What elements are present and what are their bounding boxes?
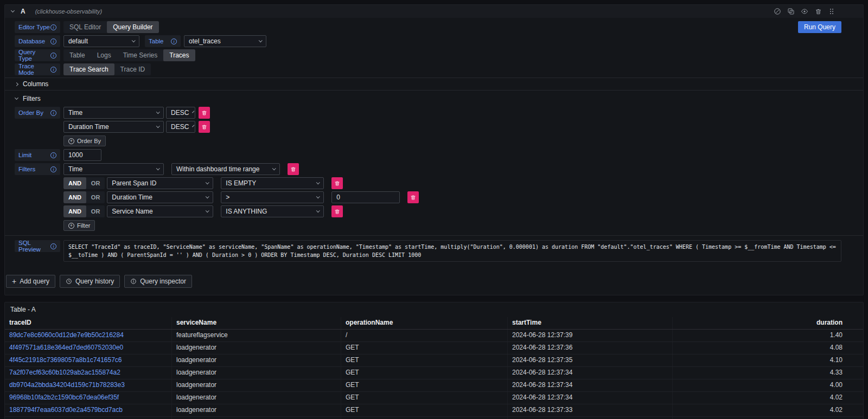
trace-mode-group: Trace Search Trace ID — [63, 63, 151, 75]
run-query-button[interactable]: Run Query — [798, 21, 841, 33]
option-logs[interactable]: Logs — [91, 49, 117, 61]
filter-operator-select[interactable]: IS EMPTY — [221, 177, 324, 189]
remove-order-by-button[interactable] — [199, 107, 210, 119]
eye-icon[interactable] — [800, 7, 809, 16]
order-by-field-select[interactable]: Duration Time — [63, 121, 164, 133]
bool-operator-group: AND OR — [63, 191, 105, 203]
remove-filter-button[interactable] — [288, 163, 299, 175]
add-query-button[interactable]: + Add query — [6, 275, 55, 288]
column-header-starttime[interactable]: startTime — [508, 317, 673, 329]
filter-field-select[interactable]: Service Name — [107, 205, 213, 217]
drag-handle-icon[interactable] — [827, 7, 836, 16]
table-label-text: Table — [149, 38, 164, 44]
editor-type-group: SQL Editor Query Builder — [63, 21, 159, 33]
cell-operationName: / — [341, 330, 508, 341]
column-header-duration[interactable]: duration — [673, 317, 863, 329]
query-editor-body: Editor Type i SQL Editor Query Builder R… — [5, 18, 863, 295]
cell-startTime: 2024-06-28 12:37:32 — [508, 417, 673, 419]
filter-operator-select[interactable]: IS ANYTHING — [221, 205, 324, 217]
trace-id-link[interactable]: 89dc7e8c6060c0d12de7e9b50c216284 — [9, 331, 124, 339]
trace-id-link[interactable]: db9704a2bbda34204d159c71b78283e3 — [9, 381, 125, 389]
query-type-label-text: Query Type — [18, 49, 50, 62]
filter-operator-select[interactable]: Within dashboard time range — [171, 163, 280, 175]
filters-section-toggle[interactable]: Filters — [5, 92, 863, 105]
order-by-direction-select[interactable]: DESC — [166, 107, 195, 119]
option-traces[interactable]: Traces — [163, 49, 195, 61]
trace-mode-row: Trace Mode i Trace Search Trace ID — [15, 63, 841, 75]
cell-serviceName: featureflagservice — [172, 330, 341, 341]
info-icon: i — [50, 38, 56, 44]
chevron-down-icon — [193, 111, 195, 113]
trace-id-link[interactable]: 4f45c21918c73698057a8b1c741657c6 — [9, 356, 122, 364]
cell-serviceName: loadgenerator — [172, 404, 341, 416]
cell-startTime: 2024-06-28 12:37:35 — [508, 354, 673, 366]
option-time-series[interactable]: Time Series — [117, 49, 164, 61]
option-trace-id[interactable]: Trace ID — [114, 63, 151, 75]
option-query-builder[interactable]: Query Builder — [107, 21, 158, 33]
query-inspector-button[interactable]: Query inspector — [124, 275, 192, 288]
database-select[interactable]: default — [63, 35, 139, 47]
order-by-direction-select[interactable]: DESC — [166, 121, 195, 133]
remove-filter-button[interactable] — [407, 191, 419, 203]
editor-type-label-text: Editor Type — [18, 24, 50, 30]
disable-icon[interactable] — [773, 7, 782, 16]
option-or[interactable]: OR — [86, 205, 105, 217]
option-and[interactable]: AND — [63, 177, 86, 189]
query-type-label: Query Type i — [15, 49, 60, 61]
cell-startTime: 2024-06-28 12:37:34 — [508, 367, 673, 379]
column-header-traceid[interactable]: traceID — [5, 317, 172, 329]
option-sql-editor[interactable]: SQL Editor — [63, 21, 107, 33]
remove-filter-button[interactable] — [331, 177, 343, 189]
filter-operator-value: IS EMPTY — [226, 179, 256, 187]
chevron-down-icon — [156, 124, 159, 127]
trace-id-link[interactable]: 4f497571a618e364ed7ded60752030e0 — [9, 344, 123, 351]
order-by-field-select[interactable]: Time — [63, 107, 164, 119]
column-header-operationname[interactable]: operationName — [341, 317, 508, 329]
column-header-servicename[interactable]: serviceName — [172, 317, 341, 329]
trace-id-link[interactable]: 1887794f7eaa6037d0e2a4579bcd7acb — [9, 406, 123, 414]
database-value: default — [68, 37, 88, 45]
cell-traceID: 96968b10fa2b2c1590bc67dea06ef35f — [5, 392, 172, 404]
add-order-by-button[interactable]: + Order By — [63, 136, 106, 146]
filter-field-select[interactable]: Duration Time — [107, 191, 213, 203]
table-row: 62df1ec9a29728c9e29536c20d140226loadgene… — [5, 417, 863, 419]
option-or[interactable]: OR — [86, 191, 105, 203]
filter-operator-select[interactable]: > — [221, 191, 324, 203]
remove-order-by-button[interactable] — [199, 121, 210, 133]
duplicate-icon[interactable] — [787, 7, 795, 16]
filter-field-select[interactable]: Parent Span ID — [107, 177, 213, 189]
add-filter-button[interactable]: + Filter — [63, 220, 95, 231]
table-header-row: traceID serviceName operationName startT… — [5, 317, 863, 330]
limit-input[interactable] — [63, 149, 101, 161]
order-by-field-value: Duration Time — [68, 123, 109, 131]
trace-id-link[interactable]: 7a2f07ecf63c60b1029ab2ac155874a2 — [9, 369, 120, 376]
option-and[interactable]: AND — [63, 205, 86, 217]
order-by-direction-value: DESC — [171, 109, 189, 117]
query-history-button[interactable]: Query history — [60, 275, 120, 288]
filter-value-input[interactable] — [331, 191, 400, 203]
filter-condition-row: AND OR Parent Span ID IS EMPTY — [63, 177, 841, 189]
cell-duration: 4.02 — [673, 392, 863, 404]
add-order-by-row: + Order By — [63, 135, 841, 147]
trash-icon[interactable] — [814, 7, 822, 16]
filter-field-value: Service Name — [112, 208, 152, 215]
filter-field-select[interactable]: Time — [63, 163, 164, 175]
query-type-group: Table Logs Time Series Traces — [63, 49, 195, 61]
remove-filter-button[interactable] — [331, 205, 343, 217]
columns-section-toggle[interactable]: Columns — [5, 78, 863, 91]
option-trace-search[interactable]: Trace Search — [63, 63, 114, 75]
plus-circle-icon: + — [68, 223, 74, 229]
option-or[interactable]: OR — [86, 177, 105, 189]
trace-id-link[interactable]: 96968b10fa2b2c1590bc67dea06ef35f — [9, 394, 119, 401]
collapse-query-chevron-icon[interactable] — [11, 9, 15, 12]
cell-operationName: GET — [341, 404, 508, 416]
chevron-down-icon — [316, 195, 320, 198]
table-select[interactable]: otel_traces — [184, 35, 266, 47]
table-row: 7a2f07ecf63c60b1029ab2ac155874a2loadgene… — [5, 367, 863, 379]
query-header-actions — [773, 7, 857, 16]
table-row: 89dc7e8c6060c0d12de7e9b50c216284featuref… — [5, 330, 863, 342]
columns-section-label: Columns — [23, 80, 48, 88]
option-and[interactable]: AND — [63, 191, 86, 203]
option-table[interactable]: Table — [63, 49, 91, 61]
cell-serviceName: loadgenerator — [172, 379, 341, 391]
